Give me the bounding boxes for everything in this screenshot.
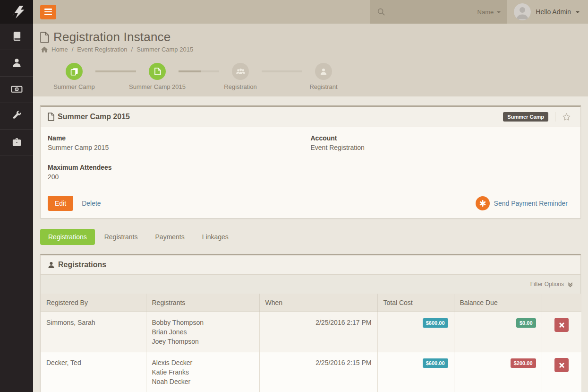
- wizard-step-template-circle[interactable]: [66, 63, 83, 80]
- clone-icon: [70, 68, 78, 76]
- sidebar-item-cms[interactable]: [0, 24, 33, 50]
- tab-payments[interactable]: Payments: [147, 229, 193, 245]
- breadcrumb-current: Summer Camp 2015: [136, 46, 193, 53]
- column-registered-by[interactable]: Registered By: [41, 294, 146, 312]
- wizard-step-label: Summer Camp: [53, 83, 94, 90]
- wizard-connector: [179, 70, 219, 72]
- cell-total-cost: $600.00: [377, 352, 454, 392]
- wizard-step-label: Registration: [224, 83, 256, 90]
- search-type-label: Name: [477, 9, 494, 16]
- breadcrumb-home[interactable]: Home: [51, 46, 68, 53]
- title-row: Registration Instance: [40, 30, 581, 44]
- user-icon: [48, 261, 55, 269]
- filter-options-toggle[interactable]: Filter Options: [41, 275, 580, 294]
- column-when[interactable]: When: [259, 294, 377, 312]
- file-icon: [154, 68, 161, 75]
- field-max-attendees: Maximum Attendees 200: [48, 164, 311, 181]
- panel-header-right: Summer Camp: [503, 112, 573, 122]
- registrations-panel: Registrations Filter Options: [40, 254, 581, 392]
- field-account: Account Event Registration: [311, 134, 574, 151]
- wizard-step-instance-circle[interactable]: [149, 63, 166, 80]
- cell-actions: [542, 312, 581, 352]
- cell-total-cost: $600.00: [377, 312, 454, 352]
- wizard-step-registrant: Registrant: [302, 63, 345, 90]
- users-icon: [236, 68, 245, 75]
- wizard-step-template: Summer Camp: [53, 63, 95, 90]
- field-account-value: Event Registration: [311, 144, 574, 151]
- tab-linkages[interactable]: Linkages: [194, 229, 237, 245]
- rock-logo-glyph: [8, 3, 26, 21]
- follow-toggle[interactable]: [555, 112, 573, 122]
- registrant-name: Katie Franks: [152, 367, 254, 377]
- sidebar-item-people[interactable]: [0, 50, 33, 77]
- star-icon: [562, 113, 571, 121]
- wizard-step-registration-circle: [232, 63, 249, 80]
- money-icon: [11, 83, 23, 96]
- cell-balance-due: $0.00: [454, 312, 542, 352]
- breadcrumb-separator: /: [131, 46, 133, 53]
- sidebar-item-tools[interactable]: [0, 103, 33, 130]
- app-root: Name Hello Admin: [0, 0, 588, 392]
- column-balance-due[interactable]: Balance Due: [454, 294, 542, 312]
- field-account-label: Account: [311, 134, 574, 142]
- registrant-name: Joey Thompson: [152, 337, 254, 346]
- sidebar-item-finance[interactable]: [0, 77, 33, 103]
- chevron-down-icon: [497, 11, 501, 13]
- filter-options-label: Filter Options: [530, 281, 564, 287]
- search-icon: [377, 8, 385, 16]
- search-input[interactable]: Name: [370, 0, 507, 24]
- chevron-down-icon: [576, 11, 579, 13]
- delete-row-button[interactable]: [554, 358, 569, 372]
- wizard-step-label: Registrant: [309, 83, 337, 90]
- cell-actions: [542, 352, 581, 392]
- wizard-connector: [95, 70, 136, 72]
- cell-registrants: Alexis Decker Katie Franks Noah Decker: [146, 352, 259, 392]
- book-icon: [11, 31, 22, 43]
- balance-due-badge: $200.00: [511, 358, 536, 368]
- wizard-step-registration: Registration: [219, 63, 262, 90]
- x-icon: [559, 322, 564, 328]
- tab-registrants[interactable]: Registrants: [96, 229, 146, 245]
- tab-registrations[interactable]: Registrations: [40, 229, 95, 245]
- double-chevron-down-icon: [567, 281, 573, 287]
- wizard-step-instance: Summer Camp 2015: [136, 63, 179, 90]
- rock-logo-icon[interactable]: [0, 0, 33, 24]
- breadcrumb-event-registration[interactable]: Event Registration: [77, 46, 127, 53]
- cell-when: 2/25/2016 2:17 PM: [259, 312, 377, 352]
- field-name-value: Summer Camp 2015: [48, 144, 311, 151]
- account-menu[interactable]: Hello Admin: [507, 3, 588, 20]
- wizard-connector: [262, 70, 302, 72]
- menu-toggle-button[interactable]: [40, 5, 56, 19]
- table-row[interactable]: Decker, Ted Alexis Decker Katie Franks N…: [41, 352, 581, 392]
- search-type-dropdown[interactable]: Name: [477, 9, 501, 16]
- column-registrants[interactable]: Registrants: [146, 294, 259, 312]
- registrant-name: Brian Jones: [152, 327, 254, 337]
- registrant-name: Bobby Thompson: [152, 318, 254, 327]
- column-actions: [542, 294, 581, 312]
- main-column: Name Hello Admin: [33, 0, 588, 392]
- page-header: Registration Instance Home / Event Regis…: [33, 24, 588, 96]
- delete-row-button[interactable]: [554, 318, 569, 332]
- table-row[interactable]: Simmons, Sarah Bobby Thompson Brian Jone…: [41, 312, 581, 352]
- send-payment-reminder-button[interactable]: Send Payment Reminder: [476, 196, 568, 210]
- delete-link[interactable]: Delete: [82, 200, 101, 207]
- send-payment-reminder-label: Send Payment Reminder: [494, 200, 568, 207]
- cell-balance-due: $200.00: [454, 352, 542, 392]
- home-icon: [41, 46, 48, 52]
- column-total-cost[interactable]: Total Cost: [377, 294, 454, 312]
- tab-bar: Registrations Registrants Payments Linka…: [40, 229, 581, 245]
- edit-button[interactable]: Edit: [48, 196, 73, 211]
- registration-wizard: Summer Camp Summer Camp 2015: [53, 63, 581, 90]
- wrench-icon: [11, 110, 22, 122]
- registrant-name: Noah Decker: [152, 377, 254, 386]
- breadcrumb-separator: /: [72, 46, 74, 53]
- total-cost-badge: $600.00: [423, 318, 448, 328]
- avatar: [514, 3, 531, 20]
- breadcrumb: Home / Event Registration / Summer Camp …: [41, 46, 581, 53]
- template-badge[interactable]: Summer Camp: [503, 112, 548, 122]
- detail-actions: Edit Delete: [48, 196, 573, 211]
- file-icon: [48, 113, 54, 121]
- sidebar-item-admin[interactable]: [0, 130, 33, 156]
- field-grid: Name Summer Camp 2015 Account Event Regi…: [48, 134, 573, 181]
- registrant-name: Alexis Decker: [152, 358, 254, 367]
